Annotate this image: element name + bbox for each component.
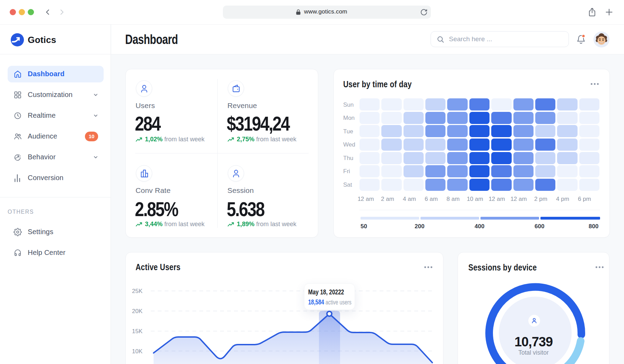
svg-text:20K: 20K [132,308,143,314]
svg-text:10,739: 10,739 [514,335,553,349]
svg-text:10K: 10K [132,348,143,355]
svg-text:25K: 25K [132,288,143,294]
svg-text:Total visitor: Total visitor [518,349,549,356]
svg-text:15K: 15K [132,328,143,335]
